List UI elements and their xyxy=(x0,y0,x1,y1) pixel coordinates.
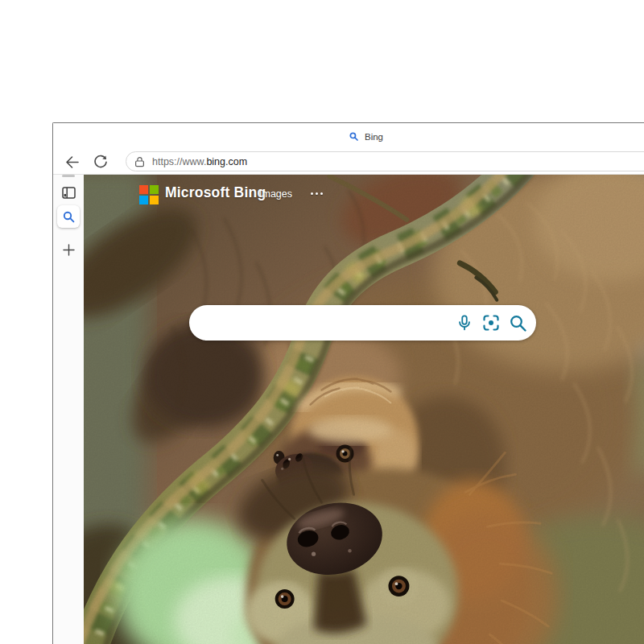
search-favicon-icon xyxy=(349,132,358,141)
background-photo xyxy=(84,175,644,644)
tab-actions-icon xyxy=(62,187,76,199)
nav-link-images[interactable]: Images xyxy=(259,188,292,200)
ms-logo-square-yellow xyxy=(150,196,159,204)
navigation-toolbar: https://www.bing.com xyxy=(53,150,644,175)
more-menu-icon[interactable] xyxy=(311,192,323,195)
webpage-content: Microsoft Bing Images xyxy=(84,175,644,644)
visual-search-icon xyxy=(481,313,501,332)
bing-search-bar[interactable] xyxy=(189,305,536,341)
visual-search-button[interactable] xyxy=(481,312,502,333)
refresh-button[interactable] xyxy=(91,152,110,171)
address-bar[interactable]: https://www.bing.com xyxy=(126,151,644,171)
url-text: https://www.bing.com xyxy=(152,156,247,167)
lock-icon xyxy=(134,156,145,167)
active-tab-bing[interactable] xyxy=(57,205,80,228)
search-icon xyxy=(509,314,527,332)
tab-title-text: Bing xyxy=(365,132,383,142)
microsoft-logo[interactable] xyxy=(139,185,159,204)
ms-logo-square-blue xyxy=(139,196,148,204)
title-bar: Bing xyxy=(53,123,644,150)
vertical-tab-strip xyxy=(53,175,84,644)
search-input[interactable] xyxy=(205,316,448,331)
back-button[interactable] xyxy=(62,152,81,171)
ms-logo-square-red xyxy=(139,185,148,194)
window-tab-title: Bing xyxy=(349,123,383,150)
microphone-icon xyxy=(456,314,473,332)
plus-icon xyxy=(63,244,75,256)
search-favicon-icon xyxy=(63,211,75,223)
new-tab-button[interactable] xyxy=(53,239,84,260)
browser-window: Bing https://www.bing.com xyxy=(52,122,644,644)
tab-actions-menu-button[interactable] xyxy=(53,182,84,203)
voice-search-button[interactable] xyxy=(454,312,475,333)
tab-strip-divider xyxy=(62,175,75,177)
url-domain: bing.com xyxy=(206,156,247,167)
url-scheme: https://www. xyxy=(152,156,206,167)
bing-page-header: Microsoft Bing Images xyxy=(84,175,644,217)
search-submit-button[interactable] xyxy=(507,312,528,333)
back-arrow-icon xyxy=(64,155,80,170)
refresh-icon xyxy=(93,155,108,169)
ms-logo-square-green xyxy=(150,185,159,194)
brand-title[interactable]: Microsoft Bing xyxy=(165,184,266,201)
